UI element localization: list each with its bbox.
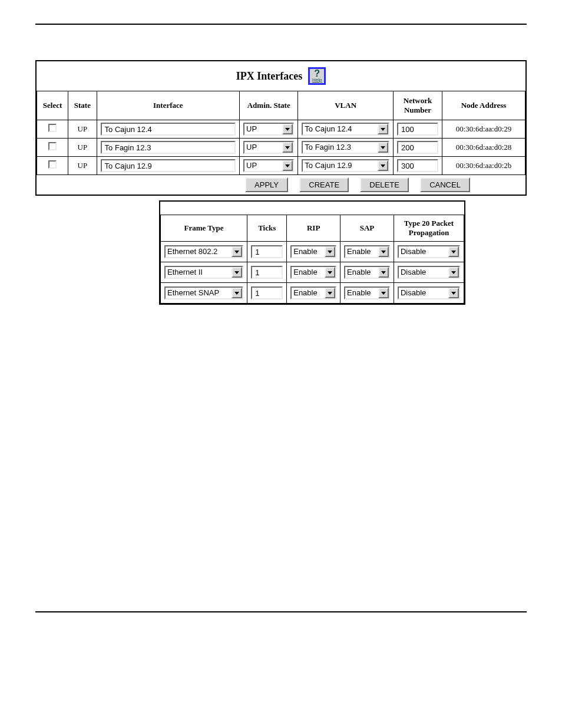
- network-number-input[interactable]: [397, 141, 438, 154]
- frame-type-panel: Frame Type Ticks RIP SAP Type 20 Packet …: [159, 200, 465, 305]
- chevron-down-icon: [378, 160, 388, 171]
- chevron-down-icon: [378, 124, 388, 134]
- col-header-admin-state: Admin. State: [240, 91, 298, 120]
- chevron-down-icon: [448, 288, 459, 298]
- state-cell: UP: [68, 139, 97, 157]
- vlan-select[interactable]: To Fagin 12.3: [302, 141, 389, 154]
- chevron-down-icon: [325, 246, 335, 257]
- cancel-button[interactable]: CANCEL: [420, 177, 470, 192]
- col-header-type20: Type 20 Packet Propagation: [394, 215, 464, 242]
- rip-select[interactable]: Enable: [290, 245, 336, 258]
- frame-type-table: Frame Type Ticks RIP SAP Type 20 Packet …: [160, 215, 464, 304]
- type20-select[interactable]: Disable: [398, 286, 460, 299]
- interfaces-table: Select State Interface Admin. State VLAN…: [37, 91, 525, 195]
- rip-select[interactable]: Enable: [290, 266, 336, 279]
- table-row: UP UP To Cajun 12.9 00:30:6d:aa:d0:2b: [37, 157, 525, 175]
- chevron-down-icon: [448, 246, 459, 257]
- chevron-down-icon: [448, 267, 459, 278]
- chevron-down-icon: [232, 288, 242, 298]
- frame-type-select[interactable]: Ethernet SNAP: [164, 286, 243, 299]
- col-header-rip: RIP: [287, 215, 340, 242]
- ticks-input[interactable]: [251, 266, 283, 279]
- chevron-down-icon: [378, 142, 388, 153]
- chevron-down-icon: [232, 267, 242, 278]
- vlan-select[interactable]: To Cajun 12.4: [302, 123, 389, 136]
- page-top-rule: [35, 24, 527, 25]
- table-row: Ethernet SNAP Enable Enable: [161, 283, 464, 304]
- network-number-input[interactable]: [397, 123, 438, 136]
- select-checkbox[interactable]: [48, 142, 57, 150]
- col-header-sap: SAP: [340, 215, 394, 242]
- interface-input[interactable]: [101, 159, 236, 172]
- node-address-cell: 00:30:6d:aa:d0:29: [442, 120, 525, 139]
- chevron-down-icon: [282, 160, 293, 171]
- sap-select[interactable]: Enable: [344, 266, 390, 279]
- ipx-interfaces-panel: IPX Interfaces ? Help Select State Inter…: [35, 60, 527, 196]
- state-cell: UP: [68, 120, 97, 139]
- col-header-frame-type: Frame Type: [161, 215, 247, 242]
- chevron-down-icon: [232, 246, 242, 257]
- rip-select[interactable]: Enable: [290, 286, 336, 299]
- help-icon: ?: [310, 70, 324, 78]
- vlan-select[interactable]: To Cajun 12.9: [302, 159, 389, 172]
- admin-state-select[interactable]: UP: [243, 141, 294, 154]
- col-header-vlan: VLAN: [298, 91, 394, 120]
- table-row: Ethernet II Enable Enable: [161, 262, 464, 283]
- col-header-ticks: Ticks: [247, 215, 287, 242]
- interface-input[interactable]: [101, 141, 236, 154]
- frame-type-select[interactable]: Ethernet 802.2: [164, 245, 243, 258]
- table-row: Ethernet 802.2 Enable Enable: [161, 242, 464, 262]
- chevron-down-icon: [378, 288, 389, 298]
- network-number-input[interactable]: [397, 159, 438, 172]
- chevron-down-icon: [378, 246, 389, 257]
- chevron-down-icon: [378, 267, 389, 278]
- help-button[interactable]: ? Help: [308, 67, 326, 85]
- admin-state-select[interactable]: UP: [243, 123, 294, 136]
- chevron-down-icon: [282, 124, 293, 134]
- type20-select[interactable]: Disable: [398, 266, 460, 279]
- delete-button[interactable]: DELETE: [360, 177, 409, 192]
- select-checkbox[interactable]: [48, 160, 57, 169]
- apply-button[interactable]: APPLY: [245, 177, 288, 192]
- col-header-node-address: Node Address: [442, 91, 525, 120]
- sap-select[interactable]: Enable: [344, 286, 390, 299]
- node-address-cell: 00:30:6d:aa:d0:2b: [442, 157, 525, 175]
- state-cell: UP: [68, 157, 97, 175]
- col-header-state: State: [68, 91, 97, 120]
- type20-select[interactable]: Disable: [398, 245, 460, 258]
- ticks-input[interactable]: [251, 245, 283, 258]
- page-bottom-rule: [35, 611, 527, 612]
- admin-state-select[interactable]: UP: [243, 159, 294, 172]
- select-checkbox[interactable]: [48, 124, 57, 132]
- table-row: UP UP To Fagin 12.3 00:30:6d:aa:d0:28: [37, 139, 525, 157]
- table-row: UP UP To Cajun 12.4 00:30:6d:aa:d0:29: [37, 120, 525, 139]
- col-header-interface: Interface: [97, 91, 239, 120]
- create-button[interactable]: CREATE: [299, 177, 349, 192]
- sap-select[interactable]: Enable: [344, 245, 390, 258]
- col-header-select: Select: [37, 91, 68, 120]
- chevron-down-icon: [282, 142, 293, 153]
- node-address-cell: 00:30:6d:aa:d0:28: [442, 139, 525, 157]
- panel-title: IPX Interfaces: [236, 70, 302, 83]
- interface-input[interactable]: [101, 123, 236, 136]
- ticks-input[interactable]: [251, 286, 283, 299]
- chevron-down-icon: [325, 288, 335, 298]
- frame-type-select[interactable]: Ethernet II: [164, 266, 243, 279]
- chevron-down-icon: [325, 267, 335, 278]
- col-header-network-number: Network Number: [393, 91, 442, 120]
